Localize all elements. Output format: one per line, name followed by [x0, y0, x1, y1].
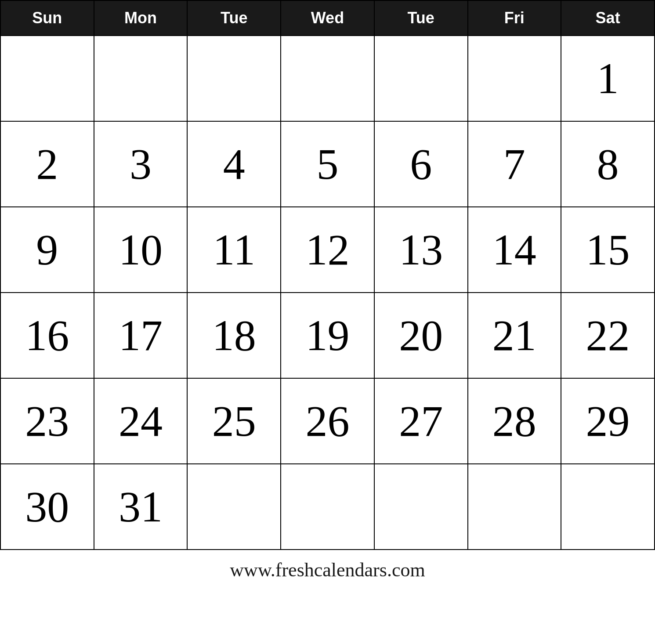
calendar-cell: 23	[0, 378, 94, 464]
calendar-cell	[187, 464, 281, 550]
header-cell: Tue	[374, 0, 468, 36]
calendar-cell: 24	[94, 378, 188, 464]
calendar-cell	[374, 464, 468, 550]
footer-url: www.freshcalendars.com	[0, 550, 655, 588]
calendar-cell	[468, 36, 561, 121]
calendar-cell: 2	[0, 121, 94, 207]
calendar-cell: 11	[187, 207, 281, 293]
calendar-cell: 15	[561, 207, 655, 293]
header-cell: Sat	[561, 0, 655, 36]
calendar-cell	[94, 36, 188, 121]
calendar-row: 2345678	[0, 121, 655, 207]
calendar-row: 1	[0, 36, 655, 121]
calendar-cell: 20	[374, 293, 468, 378]
calendar-row: 3031	[0, 464, 655, 550]
calendar-cell: 14	[468, 207, 561, 293]
calendar-cell: 13	[374, 207, 468, 293]
calendar-cell: 26	[281, 378, 374, 464]
calendar-cell: 31	[94, 464, 188, 550]
header-row: SunMonTueWedTueFriSat	[0, 0, 655, 36]
calendar-cell	[187, 36, 281, 121]
header-cell: Tue	[187, 0, 281, 36]
calendar-row: 9101112131415	[0, 207, 655, 293]
calendar-cell: 21	[468, 293, 561, 378]
calendar-cell	[0, 36, 94, 121]
calendar-cell: 28	[468, 378, 561, 464]
calendar-row: 16171819202122	[0, 293, 655, 378]
header-cell: Wed	[281, 0, 374, 36]
calendar-cell: 27	[374, 378, 468, 464]
calendar-cell: 4	[187, 121, 281, 207]
calendar-cell	[468, 464, 561, 550]
calendar-cell: 10	[94, 207, 188, 293]
header-cell: Sun	[0, 0, 94, 36]
calendar-cell: 17	[94, 293, 188, 378]
calendar-cell: 5	[281, 121, 374, 207]
header-cell: Mon	[94, 0, 188, 36]
calendar-cell: 30	[0, 464, 94, 550]
calendar-cell: 18	[187, 293, 281, 378]
calendar-cell: 16	[0, 293, 94, 378]
calendar-cell: 19	[281, 293, 374, 378]
calendar-cell: 1	[561, 36, 655, 121]
calendar-cell: 12	[281, 207, 374, 293]
calendar-row: 23242526272829	[0, 378, 655, 464]
calendar-cell: 3	[94, 121, 188, 207]
calendar-cell: 7	[468, 121, 561, 207]
calendar-cell	[561, 464, 655, 550]
calendar-cell: 25	[187, 378, 281, 464]
calendar-wrapper: SunMonTueWedTueFriSat 123456789101112131…	[0, 0, 655, 588]
calendar-table: SunMonTueWedTueFriSat 123456789101112131…	[0, 0, 655, 550]
header-cell: Fri	[468, 0, 561, 36]
calendar-cell: 8	[561, 121, 655, 207]
calendar-cell: 29	[561, 378, 655, 464]
calendar-cell: 6	[374, 121, 468, 207]
calendar-cell: 22	[561, 293, 655, 378]
calendar-cell	[281, 36, 374, 121]
calendar-cell	[374, 36, 468, 121]
calendar-cell: 9	[0, 207, 94, 293]
calendar-cell	[281, 464, 374, 550]
